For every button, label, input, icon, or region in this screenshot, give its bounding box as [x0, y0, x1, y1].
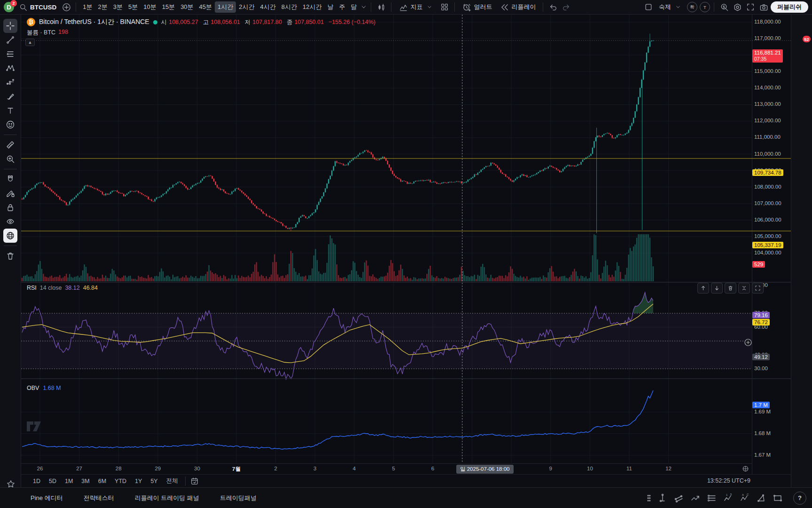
time-tick: 7월: [232, 466, 241, 473]
range-toolbar: 1D5D1M3M6MYTD1Y5Y전체 13:52:25 UTC+9: [21, 474, 791, 487]
price-axis[interactable]: 118,000.00117,000.00116,000.00115,000.00…: [752, 15, 791, 474]
rsi-label: 79.16: [752, 312, 770, 318]
volume-value: 198: [58, 29, 68, 37]
time-tick: 4: [353, 466, 356, 471]
rsi-value: 38.12: [65, 285, 79, 291]
rsi-ma-label: 76.72: [752, 319, 770, 325]
go-to-date-icon[interactable]: [188, 477, 201, 485]
pane-buttons: [697, 283, 764, 294]
rsi-ma-value: 46.84: [83, 285, 98, 291]
bottom-tab[interactable]: Pine 에디터: [31, 494, 63, 502]
rsi-header[interactable]: RSI 14 close 38.12 46.84: [27, 285, 98, 291]
price-tick: 108,000.00: [754, 184, 781, 190]
trend-arrow-icon[interactable]: [690, 493, 701, 503]
price-change: −155.26 (−0.14%): [328, 19, 375, 25]
svg-text:C: C: [747, 493, 749, 496]
bottom-panel: Pine 에디터전략테스터리플레이 트레이딩 패널트레이딩패널 15 AC ?: [0, 487, 812, 508]
bar-countdown: 07:35: [754, 56, 781, 62]
time-tick: 2: [274, 466, 277, 471]
obv-tick: 1.68 M: [754, 430, 771, 436]
clock[interactable]: 13:52:25 UTC+9: [707, 477, 750, 484]
symbol-title: Bitcoin / TetherUS · 1시간 · BINANCE: [39, 18, 149, 26]
svg-text:5: 5: [730, 493, 732, 496]
horizontal-lines-icon[interactable]: [707, 493, 717, 503]
svg-text:1: 1: [726, 493, 728, 496]
drawing-favorites-bar: 15 AC: [647, 493, 783, 503]
time-tick: 29: [155, 466, 161, 471]
market-open-dot: [153, 20, 157, 24]
obv-header[interactable]: OBV 1.68 M: [27, 385, 61, 391]
bottom-tab[interactable]: 전략테스터: [84, 494, 114, 502]
price-tick: 113,000.00: [754, 101, 781, 107]
price-tick: 112,000.00: [754, 118, 781, 123]
time-tick: 5: [392, 466, 395, 471]
yellow-line-label: 109,734.78: [752, 169, 783, 176]
triangle-pattern-icon[interactable]: [756, 493, 766, 503]
price-tick: 106,000.00: [754, 217, 781, 222]
yellow-line-label: 105,337.19: [752, 242, 783, 248]
price-tick: 118,000.00: [754, 19, 781, 24]
obv-tick: 1.69 M: [754, 409, 771, 414]
bitcoin-icon: ₿: [27, 18, 35, 26]
obv-tick: 1.67 M: [754, 452, 771, 458]
price-tick: 115,000.00: [754, 68, 781, 74]
divider: [185, 476, 186, 486]
time-tick: 12: [665, 466, 671, 471]
time-tick: 26: [37, 466, 43, 471]
time-tick: 6: [431, 466, 434, 471]
range-button[interactable]: YTD: [110, 478, 131, 484]
abc-pattern-icon[interactable]: AC: [740, 493, 750, 503]
time-axis[interactable]: 12111098654327월3029282726 일 2025-07-06 1…: [21, 463, 752, 475]
price-tick: 117,000.00: [754, 35, 781, 41]
time-tick: 30: [194, 466, 200, 471]
range-button[interactable]: 1M: [61, 478, 77, 484]
pane-maximize-button[interactable]: [752, 283, 764, 294]
pane-delete-button[interactable]: [725, 283, 736, 294]
time-tick: 3: [313, 466, 316, 471]
pane-move-up-button[interactable]: [697, 283, 709, 294]
range-button[interactable]: 1Y: [131, 478, 146, 484]
volume-axis-label: 529: [752, 261, 765, 268]
symbol-header[interactable]: ₿ Bitcoin / TetherUS · 1시간 · BINANCE 시10…: [27, 18, 378, 26]
range-button[interactable]: 5D: [45, 478, 61, 484]
range-button[interactable]: 5Y: [146, 478, 162, 484]
rsi-tick: 30.00: [754, 365, 768, 371]
price-tick: 105,000.00: [754, 233, 781, 239]
price-tick: 104,000.00: [754, 250, 781, 255]
help-button[interactable]: ?: [793, 492, 806, 505]
bottom-tab[interactable]: 트레이딩패널: [220, 494, 257, 502]
svg-text:A: A: [742, 493, 744, 496]
elliott-wave-icon[interactable]: 15: [723, 493, 734, 503]
rectangle-tool-icon[interactable]: [773, 493, 783, 503]
time-tick: 11: [626, 466, 632, 471]
volume-header[interactable]: 볼륨 · BTC 198: [27, 29, 68, 37]
bottom-tabs: Pine 에디터전략테스터리플레이 트레이딩 패널트레이딩패널: [31, 494, 257, 502]
collapse-header-button[interactable]: ▲: [25, 39, 35, 46]
range-button[interactable]: 1D: [29, 478, 45, 484]
range-buttons: 1D5D1M3M6MYTD1Y5Y전체: [29, 477, 182, 485]
chart-canvas[interactable]: [0, 0, 812, 508]
rsi-crosshair-label: 49.12: [752, 354, 770, 360]
time-tick: 9: [549, 466, 552, 471]
time-tick: 10: [587, 466, 593, 471]
pane-collapse-button[interactable]: [738, 283, 750, 294]
range-button[interactable]: 전체: [162, 477, 182, 485]
alerts-badge: 52: [803, 36, 811, 42]
timezone-settings-icon[interactable]: [742, 465, 749, 472]
crosshair-time-label: 일 2025-07-06 18:00: [456, 465, 514, 474]
price-range-tool-icon[interactable]: [657, 493, 668, 503]
price-tick: 111,000.00: [754, 134, 781, 140]
price-tick: 107,000.00: [754, 200, 781, 206]
price-tick: 110,000.00: [754, 151, 781, 157]
obv-value: 1.68 M: [43, 385, 61, 391]
price-tick: 114,000.00: [754, 85, 781, 90]
drag-handle-dots[interactable]: [647, 494, 651, 502]
bottom-tab[interactable]: 리플레이 트레이딩 패널: [135, 494, 199, 502]
pane-move-down-button[interactable]: [711, 283, 723, 294]
last-price-label: 116,881.21 07:35: [752, 49, 783, 63]
parallel-channel-icon[interactable]: [674, 493, 684, 503]
range-button[interactable]: 3M: [77, 478, 94, 484]
range-button[interactable]: 6M: [94, 478, 110, 484]
time-tick: 27: [76, 466, 82, 471]
tradingview-app: D 2 BTCUSD 1분2분3분5분10분15분30분45분1시간2시간4시간…: [0, 0, 812, 508]
